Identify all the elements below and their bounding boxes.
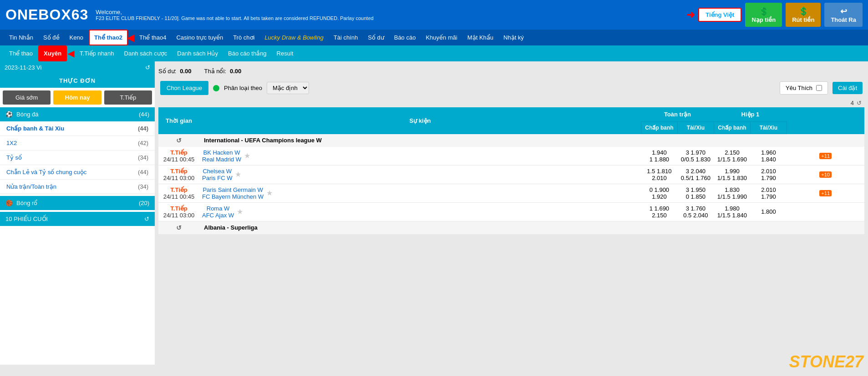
team2-4[interactable]: AFC Ajax W (202, 212, 234, 219)
nav2-xuyen[interactable]: Xuyên (38, 45, 67, 61)
handicap1-2: 1.5 (647, 168, 655, 175)
nav1-the-thao2[interactable]: Thể thao2 (89, 30, 128, 45)
h1-xiu-val-2b[interactable]: 1.790 (761, 175, 776, 181)
favorite-star-2[interactable]: ★ (235, 170, 241, 179)
xiu-val-1b[interactable]: 1.830 (695, 156, 711, 163)
thoat-ra-button[interactable]: ↩ Thoát Ra (824, 3, 863, 27)
table-refresh-icon[interactable]: ↺ (857, 100, 862, 106)
odds-tai-3: 3 1.950 0 1.850 (677, 184, 714, 202)
menu-nua-tran[interactable]: Nửa trận/Toàn trận (34) (0, 180, 155, 194)
nap-tien-button[interactable]: 💲 Nạp tiền (745, 3, 782, 27)
nav1-keno[interactable]: Keno (65, 30, 88, 45)
h1-chap-4: 1.980 1/1.5 1.840 (714, 202, 750, 221)
team2-2[interactable]: Paris FC W (202, 175, 232, 181)
odds-chap-val-2a[interactable]: 1.810 (657, 168, 672, 175)
match-date-3: 24/11 00:45 (161, 193, 197, 200)
nav1-tin-nhan[interactable]: Tin Nhắn (5, 30, 38, 45)
favorite-star-4[interactable]: ★ (237, 207, 243, 216)
gia-som-button[interactable]: Giá sớm (3, 90, 51, 105)
menu-chan-le[interactable]: Chẵn Lẻ và Tỷ số chung cuộc (44) (0, 165, 155, 180)
xiu-val-4b[interactable]: 2.040 (693, 212, 708, 219)
handicap1-4: 1 (650, 205, 653, 212)
team1-2[interactable]: Chelsea W (202, 168, 232, 175)
yeu-thich-button[interactable]: Yêu Thích (780, 81, 828, 95)
phan-loai-select[interactable]: Mặc định (267, 82, 309, 94)
odds-chap-val-3b[interactable]: 1.920 (652, 193, 667, 200)
nav1-khuyen-mai[interactable]: Khuyến mãi (421, 30, 462, 45)
h1-chap-val-2a[interactable]: 1.990 (725, 168, 740, 175)
nav2-bao-cao-thang[interactable]: Báo cáo thắng (223, 46, 271, 60)
h1-chap-val-4b[interactable]: 1.840 (732, 212, 747, 219)
nav1-casino[interactable]: Casino trực tuyến (172, 30, 228, 45)
plus-badge-1: +11 (819, 153, 832, 159)
h1-xiu-val-1b[interactable]: 1.840 (761, 156, 776, 163)
tai-val-3a[interactable]: 1.950 (691, 186, 706, 193)
ten-phieu-refresh-icon[interactable]: ↺ (144, 216, 149, 222)
odds-chap-val-3a[interactable]: 1.900 (655, 186, 670, 193)
h1-chap-val-4a[interactable]: 1.980 (725, 205, 740, 212)
ten-phieu-cuoi[interactable]: 10 PHIẾU CUỐI ↺ (0, 212, 155, 226)
nav2-result[interactable]: Result (272, 46, 298, 60)
nav1-tai-chinh[interactable]: Tài chính (329, 30, 362, 45)
tai-val-1a[interactable]: 1.970 (691, 149, 706, 156)
nav2-the-thao[interactable]: Thể thao (5, 46, 37, 60)
h1-tai-val-4a[interactable]: 1.800 (761, 208, 776, 215)
favorite-star-1[interactable]: ★ (244, 151, 250, 160)
team1-1[interactable]: BK Hacken W (202, 149, 241, 156)
sidebar: 2023-11-23 Vi ↺ THỰC ĐƠN Giá sớm Hôm nay… (0, 61, 155, 365)
sidebar-refresh-icon[interactable]: ↺ (145, 64, 150, 71)
yeu-thich-checkbox[interactable] (816, 85, 822, 91)
odds-chap-val-4b[interactable]: 2.150 (652, 212, 667, 219)
team2-1[interactable]: Real Madrid W (202, 156, 241, 163)
odds-chap-val-1b[interactable]: 1.880 (655, 156, 670, 163)
nav1-tro-choi[interactable]: Trò chơi (228, 30, 259, 45)
bong-da-header[interactable]: ⚽ Bóng đá (44) (0, 107, 155, 121)
nav2-danh-sach-huy[interactable]: Danh sách Hủy (173, 46, 223, 60)
favorite-star-3[interactable]: ★ (266, 189, 273, 197)
menu-1x2[interactable]: 1X2 (42) (0, 136, 155, 150)
menu-ty-so[interactable]: Tỷ số (34) (0, 150, 155, 165)
nav2-danh-sach-cuoc[interactable]: Danh sách cược (120, 46, 172, 60)
nav1-mat-khau[interactable]: Mật Khẩu (463, 30, 498, 45)
nav1-lucky[interactable]: Lucky Draw & Bowling (260, 30, 328, 45)
nav1-bao-cao[interactable]: Báo cáo (390, 30, 421, 45)
h1-chap-val-3a[interactable]: 1.830 (725, 186, 740, 193)
nav1-nhat-ky[interactable]: Nhật ký (499, 30, 528, 45)
plus-2: +10 (787, 165, 864, 184)
hom-nay-button[interactable]: Hôm nay (53, 90, 101, 105)
h1-tai-2: 2.010 1.790 (750, 165, 787, 184)
cai-dat-button[interactable]: Cài đặt (832, 82, 863, 94)
nav2-t-tiep-nhanh[interactable]: T.Tiếp nhanh (75, 46, 118, 60)
odds-chap-val-1a[interactable]: 1.940 (652, 149, 667, 156)
chon-league-button[interactable]: Chon League (160, 81, 208, 95)
team2-3[interactable]: FC Bayern München W (202, 193, 264, 200)
h1-tai-val-1a[interactable]: 1.960 (761, 149, 776, 156)
h1-xiu-val-3b[interactable]: 1.790 (761, 193, 776, 200)
menu-chap-banh[interactable]: Chấp banh & Tài Xiu (44) (0, 121, 155, 136)
h1-chap-val-1a[interactable]: 2.150 (725, 149, 740, 156)
h1-chap-val-3b[interactable]: 1.990 (732, 193, 747, 200)
league-refresh-icon[interactable]: ↺ (176, 137, 182, 144)
bong-ro-header[interactable]: 🏀 Bóng rổ (20) (0, 196, 155, 210)
xiu-val-3b[interactable]: 1.850 (691, 193, 706, 200)
h1-tai-val-3a[interactable]: 2.010 (761, 186, 776, 193)
team1-3[interactable]: Paris Saint Germain W (202, 186, 264, 193)
h1-chap-val-1b[interactable]: 1.690 (732, 156, 747, 163)
xiu-val-2b[interactable]: 1.760 (695, 175, 711, 181)
odds-chap-val-4a[interactable]: 1.690 (655, 205, 670, 212)
tai-val-2a[interactable]: 2.040 (691, 168, 706, 175)
tieng-viet-button[interactable]: Tiếng Việt (698, 8, 741, 22)
tai-val-4a[interactable]: 1.760 (691, 205, 706, 212)
t-tiep-button[interactable]: T.Tiếp (104, 90, 152, 105)
h1-tai-val-2a[interactable]: 2.010 (761, 168, 776, 175)
odds-chap-4: 1 1.690 2.150 (641, 202, 677, 221)
plus-3: +11 (787, 184, 864, 202)
nav1-so-du[interactable]: Số dư (363, 30, 389, 45)
league2-refresh-icon[interactable]: ↺ (176, 224, 182, 231)
team1-4[interactable]: Roma W (202, 205, 234, 212)
nav1-so-de[interactable]: Số đề (39, 30, 64, 45)
rut-tien-button[interactable]: 💲 Rút tiền (786, 3, 821, 27)
odds-chap-val-2b[interactable]: 2.010 (652, 175, 667, 181)
nav1-the-thao4[interactable]: Thể thao4 (135, 30, 171, 45)
h1-chap-val-2b[interactable]: 1.830 (732, 175, 747, 181)
